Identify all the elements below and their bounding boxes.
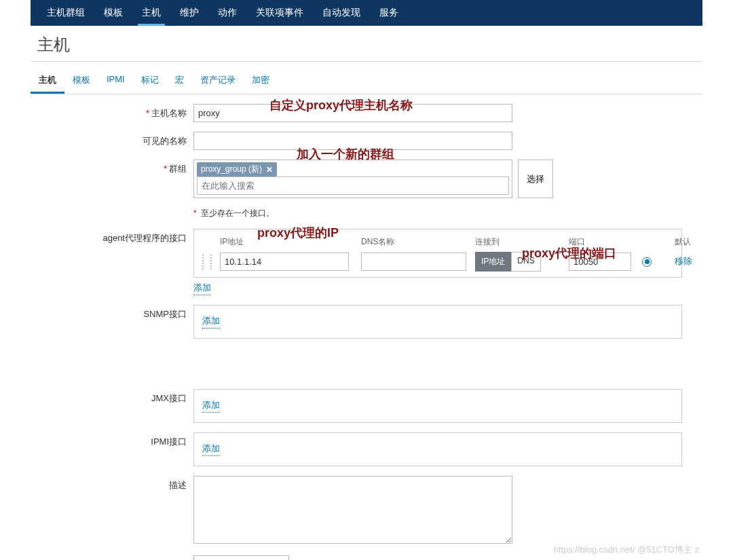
annotation-hostname: 自定义proxy代理主机名称 bbox=[269, 97, 413, 113]
drag-handle-icon[interactable] bbox=[202, 255, 212, 269]
tab-inventory[interactable]: 资产记录 bbox=[192, 69, 244, 94]
agent-interface-label: agent代理程序的接口 bbox=[31, 229, 193, 244]
tab-templates[interactable]: 模板 bbox=[64, 69, 98, 94]
group-label: *群组 bbox=[31, 160, 193, 175]
description-label: 描述 bbox=[31, 476, 193, 491]
nav-templates[interactable]: 模板 bbox=[94, 0, 132, 26]
annotation-group: 加入一个新的群组 bbox=[297, 146, 394, 162]
top-nav: 主机群组 模板 主机 维护 动作 关联项事件 自动发现 服务 bbox=[31, 0, 702, 26]
agent-add-link[interactable]: 添加 bbox=[193, 282, 211, 295]
snmp-box: 添加 bbox=[193, 305, 682, 339]
tab-host[interactable]: 主机 bbox=[31, 69, 64, 94]
hostname-label: *主机名称 bbox=[31, 104, 193, 119]
remove-interface-link[interactable]: 移除 bbox=[675, 255, 709, 268]
agent-ip-input[interactable] bbox=[220, 253, 349, 271]
nav-services[interactable]: 服务 bbox=[370, 0, 408, 26]
ipmi-add-link[interactable]: 添加 bbox=[202, 443, 220, 456]
monitored-by-select[interactable]: (无agent代理程序) bbox=[193, 555, 289, 560]
host-form: 自定义proxy代理主机名称 加入一个新的群组 proxy代理的IP proxy… bbox=[31, 94, 702, 560]
tabs: 主机 模板 IPMI 标记 宏 资产记录 加密 bbox=[31, 62, 702, 94]
group-search-input[interactable] bbox=[197, 176, 509, 195]
snmp-label: SNMP接口 bbox=[31, 305, 193, 320]
jmx-box: 添加 bbox=[193, 389, 682, 423]
default-interface-radio[interactable] bbox=[642, 257, 652, 267]
tab-encryption[interactable]: 加密 bbox=[244, 69, 278, 94]
group-multiselect[interactable]: proxy_group (新) ✕ bbox=[193, 160, 512, 198]
jmx-add-link[interactable]: 添加 bbox=[202, 399, 220, 413]
watermark: https://blog.csdn.net/ @51CTO博主 z bbox=[553, 544, 699, 556]
group-tag-label: proxy_group (新) bbox=[201, 164, 262, 175]
nav-discovery[interactable]: 自动发现 bbox=[313, 0, 370, 26]
tab-macros[interactable]: 宏 bbox=[167, 69, 192, 94]
monitored-by-label: 由agent代理程序监测 bbox=[31, 555, 193, 560]
visible-name-label: 可见的名称 bbox=[31, 132, 193, 147]
remove-tag-icon[interactable]: ✕ bbox=[266, 165, 273, 174]
nav-actions[interactable]: 动作 bbox=[208, 0, 246, 26]
col-dns: DNS名称 bbox=[361, 236, 470, 248]
ipmi-iface-label: IPMI接口 bbox=[31, 432, 193, 448]
tab-tags[interactable]: 标记 bbox=[133, 69, 167, 94]
agent-dns-input[interactable] bbox=[361, 253, 466, 271]
tab-ipmi[interactable]: IPMI bbox=[98, 69, 133, 94]
ipmi-box: 添加 bbox=[193, 432, 682, 466]
description-textarea[interactable] bbox=[193, 476, 512, 544]
group-tag-pill[interactable]: proxy_group (新) ✕ bbox=[197, 162, 277, 176]
connect-ip-button[interactable]: IP地址 bbox=[475, 252, 511, 272]
nav-host-groups[interactable]: 主机群组 bbox=[37, 0, 94, 26]
annotation-ip: proxy代理的IP bbox=[257, 225, 339, 241]
page-title: 主机 bbox=[31, 26, 702, 62]
col-default: 默认 bbox=[675, 236, 709, 248]
nav-hosts[interactable]: 主机 bbox=[132, 0, 170, 26]
annotation-port: proxy代理的端口 bbox=[522, 245, 616, 261]
snmp-add-link[interactable]: 添加 bbox=[202, 315, 220, 329]
jmx-label: JMX接口 bbox=[31, 389, 193, 405]
nav-correlation[interactable]: 关联项事件 bbox=[246, 0, 313, 26]
nav-maintenance[interactable]: 维护 bbox=[170, 0, 208, 26]
group-select-button[interactable]: 选择 bbox=[518, 160, 553, 198]
interface-required-hint: * 至少存在一个接口。 bbox=[193, 208, 274, 219]
